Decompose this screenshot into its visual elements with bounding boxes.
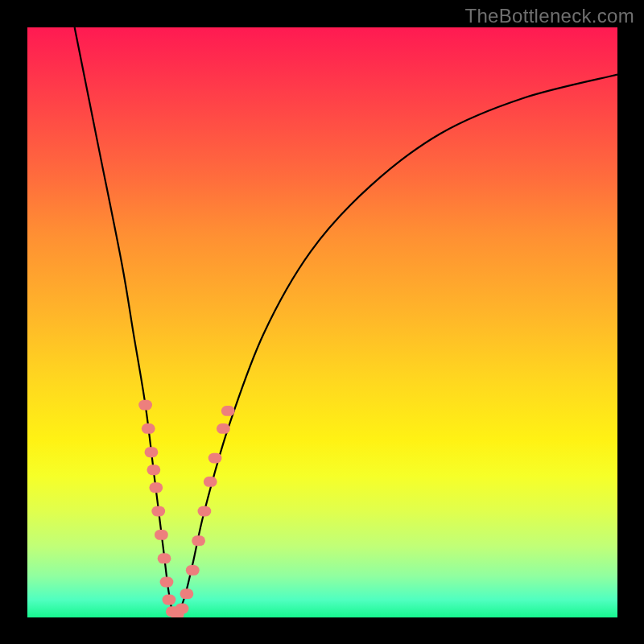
marker-dot [149, 482, 163, 493]
marker-dot [208, 453, 222, 464]
marker-dot [192, 535, 205, 546]
marker-dot [221, 406, 235, 416]
watermark-text: TheBottleneck.com [464, 5, 634, 27]
marker-dot [198, 506, 212, 517]
marker-dot [147, 464, 160, 475]
marker-dot [145, 447, 159, 457]
marker-dot [151, 506, 165, 517]
marker-group [138, 400, 234, 617]
marker-dot [204, 477, 217, 487]
curve-svg [27, 27, 617, 617]
marker-dot [160, 577, 174, 588]
plot-area [27, 27, 617, 617]
chart-frame: TheBottleneck.com [0, 0, 644, 644]
marker-dot [186, 565, 200, 576]
marker-dot [158, 553, 171, 564]
marker-dot [180, 588, 194, 599]
marker-dot [163, 595, 176, 605]
marker-dot [217, 423, 230, 434]
marker-dot [142, 423, 155, 434]
marker-dot [138, 400, 152, 411]
bottleneck-curve [75, 27, 617, 617]
marker-dot [155, 530, 168, 540]
marker-dot [175, 604, 189, 614]
